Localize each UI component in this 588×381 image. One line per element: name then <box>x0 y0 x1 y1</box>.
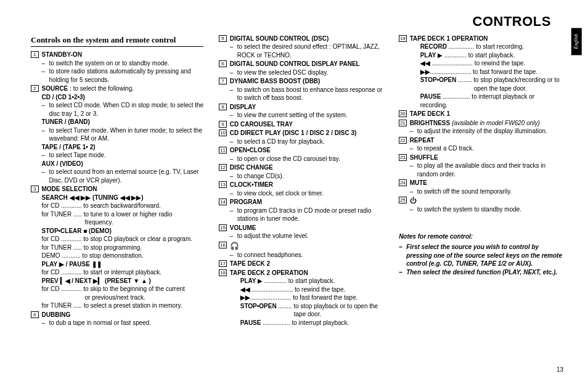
item-text: for CD ............ to skip to the begin… <box>42 285 204 293</box>
item-text: ............... to start recording. <box>447 43 524 50</box>
subheading: (TUNING <box>91 194 120 201</box>
item-text: ........................ to rewind the t… <box>430 60 526 67</box>
item-text: to dub a tape in normal or fast speed. <box>49 319 152 327</box>
item-10: 10CD DIRECT PLAY (DISC 1 / DISC 2 / DISC… <box>219 129 383 145</box>
item-text: for TUNER ..... to tune to a lower or hi… <box>42 210 204 219</box>
item-20: 20TAPE DECK 1 <box>399 110 563 118</box>
item-number: 25 <box>399 197 407 203</box>
subheading: ) <box>141 194 143 201</box>
item-title: CD DIRECT PLAY (DISC 1 / DISC 2 / DISC 3… <box>230 129 357 136</box>
columns-container: Controls on the system and remote contro… <box>31 35 563 328</box>
play-icon: ▶ <box>258 277 263 284</box>
label: STOP•OPEN <box>240 303 277 309</box>
item-text: to select a CD tray for playback. <box>237 137 325 146</box>
item-number: 5 <box>219 35 227 42</box>
subheading: AUX / (VIDEO) <box>42 160 83 167</box>
subheading: TAPE / (TAPE 1• 2) <box>42 144 96 150</box>
item-8: 8DISPLAY–to view the current setting of … <box>219 103 383 120</box>
item-6: 6DIGITAL SOUND CONTROL DISPLAY PANEL–to … <box>219 60 383 76</box>
item-title: DISPLAY <box>230 104 256 110</box>
rewind-icon: ◀◀ <box>420 60 430 67</box>
item-text: for CD ............ to start or interrup… <box>42 268 204 277</box>
up-icon: ▲ <box>141 277 147 284</box>
item-title: STANDBY-ON <box>42 51 82 58</box>
item-text: to view clock, set clock or timer. <box>237 189 324 198</box>
item-number: 12 <box>219 164 227 171</box>
item-number: 24 <box>399 179 407 186</box>
item-title: TAPE DECK 1 OPERATION <box>410 35 488 42</box>
item-24: 24MUTE–to switch off the sound temporari… <box>399 179 563 195</box>
subheading: / NEXT <box>70 277 94 284</box>
item-text: to select the desired sound effect : OPT… <box>237 43 383 59</box>
item-15: 15VOLUME–to adjust the volume level. <box>219 224 383 240</box>
item-11: 11OPEN•CLOSE–to open or close the CD car… <box>219 146 383 163</box>
item-22: 22REPEAT–to repeat a CD track. <box>399 136 563 153</box>
item-text: ................ to interrupt playback. <box>261 319 349 326</box>
item-number: 20 <box>399 110 407 117</box>
item-text: ........................ to fast forward… <box>430 68 538 75</box>
item-text: to adjust the volume level. <box>237 232 309 240</box>
item-text: to switch off the sound temporarily. <box>417 187 512 196</box>
rewind-icon: ◀◀ <box>240 286 250 293</box>
item-text: ........ to stop playback/recording or t… <box>457 76 560 83</box>
column-1: Controls on the system and remote contro… <box>31 35 203 328</box>
next-icon: ▶▎ <box>93 277 103 284</box>
item-4: 4 DUBBING –to dub a tape in normal or fa… <box>31 311 203 327</box>
column-2: 5DIGITAL SOUND CONTROL (DSC)–to select t… <box>219 35 383 328</box>
item-text: for TUNER ..... to select a preset stati… <box>42 301 204 310</box>
item-text: or previous/next track. <box>42 293 204 302</box>
play-icon: ▶ <box>59 261 64 268</box>
item-3: 3 MODE SELECTION SEARCH ◀◀ ▶▶ (TUNING ◀◀… <box>31 185 203 310</box>
item-number: 11 <box>219 147 227 154</box>
item-number: 6 <box>219 60 227 67</box>
item-title: BRIGHTNESS <box>410 120 451 126</box>
item-7: 7DYNAMIC BASS BOOST (DBB)–to switch on b… <box>219 77 383 102</box>
item-5: 5DIGITAL SOUND CONTROL (DSC)–to select t… <box>219 35 383 60</box>
item-text: tape door. <box>240 310 383 319</box>
item-25: 25⏻–to switch the system to standby mode… <box>399 196 563 213</box>
item-number: 7 <box>219 78 227 84</box>
item-text: to store radio stations automatically by… <box>49 67 204 84</box>
ffwd-icon: ▶▶ <box>420 68 430 75</box>
item-number: 1 <box>31 51 39 58</box>
item-title: DYNAMIC BASS BOOST (DBB) <box>230 78 321 84</box>
item-text: ........................ to fast forward… <box>250 294 358 301</box>
column-3: 19TAPE DECK 1 OPERATION RECORD .........… <box>399 35 563 328</box>
item-text: to open or close the CD carousel tray. <box>237 155 340 163</box>
item-number: 22 <box>399 137 407 144</box>
subheading: TUNER / (BAND) <box>42 118 90 125</box>
item-number: 15 <box>219 224 227 231</box>
item-number: 3 <box>31 186 39 192</box>
item-text: ........................ to rewind the t… <box>250 286 346 293</box>
rewind-icon: ◀◀ <box>70 194 80 201</box>
item-title: OPEN•CLOSE <box>230 147 271 154</box>
power-icon: ⏻ <box>410 197 417 204</box>
item-title: CD CAROUSEL TRAY <box>230 121 293 128</box>
item-text: frequency. <box>42 218 204 227</box>
item-text: ............. to start playback. <box>263 277 335 284</box>
item-number: 4 <box>31 311 39 318</box>
down-icon: ▼ <box>133 277 139 284</box>
item-title: CLOCK•TIMER <box>230 181 273 188</box>
item-text: to select Tuner mode. When in tuner mode… <box>49 126 204 143</box>
item-text: to connect headphones. <box>237 251 303 260</box>
item-title: SOURCE <box>42 85 68 92</box>
subheading: PLAY <box>42 261 59 268</box>
label: PLAY <box>420 52 438 59</box>
item-17: 17TAPE DECK 2 <box>219 260 383 268</box>
subheading: / PAUSE <box>64 261 92 268</box>
label: PLAY <box>240 277 258 284</box>
item-text: to view the current setting of the syste… <box>237 111 348 120</box>
item-title: DUBBING <box>42 311 71 318</box>
item-number: 8 <box>219 104 227 110</box>
item-text: to play all the available discs and thei… <box>417 162 563 178</box>
item-number: 14 <box>219 199 227 205</box>
item-number: 13 <box>219 181 227 188</box>
item-text: to adjust the intensity of the display i… <box>417 127 547 136</box>
item-16: 16🎧–to connect headphones. <box>219 241 383 260</box>
play-icon: ▶ <box>438 52 443 59</box>
label: PAUSE <box>240 319 261 326</box>
item-number: 17 <box>219 260 227 267</box>
item-text: to switch on bass boost to enhance bass … <box>237 86 383 102</box>
item-text: for CD ............ to stop CD playback … <box>42 235 204 244</box>
